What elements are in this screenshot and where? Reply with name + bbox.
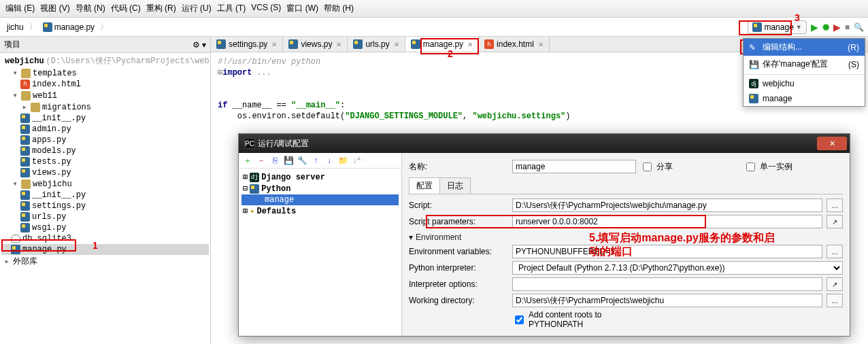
save-configuration-item[interactable]: 💾 保存'manage'配置 (S) [744, 56, 865, 73]
tree-file-settings[interactable]: settings.py [1, 201, 209, 211]
html-file-icon: h [484, 39, 494, 49]
folder-icon[interactable]: 📁 [338, 156, 348, 165]
annotation-label-5b: 动的端口 [589, 245, 633, 259]
tab-logs[interactable]: 日志 [439, 177, 471, 194]
working-dir-input[interactable] [512, 294, 822, 307]
close-icon[interactable]: ✕ [467, 41, 473, 48]
env-vars-label: Environment variables: [409, 247, 508, 256]
tab-settings[interactable]: settings.py✕ [211, 37, 283, 52]
menu-view[interactable]: 视图 (V) [40, 3, 69, 14]
tree-folder-templates[interactable]: ▾templates [1, 67, 209, 79]
stop-button-icon[interactable]: ■ [845, 22, 850, 32]
config-django-server[interactable]: ⊞djDjango server [241, 171, 399, 183]
config-tree[interactable]: ⊞djDjango server ⊟Python manage ⊞✦Defaul… [239, 169, 401, 220]
project-sidebar: 项目 ⚙ ▾ webjichu (D:\Users\侠仔\PycharmProj… [0, 37, 211, 344]
edit-env-button[interactable]: … [827, 245, 843, 258]
tree-file-admin[interactable]: admin.py [1, 124, 209, 135]
remove-config-icon[interactable]: － [256, 156, 266, 165]
close-icon[interactable]: ✕ [538, 41, 544, 48]
python-file-icon [20, 114, 30, 123]
menu-run[interactable]: 运行 (U) [182, 3, 212, 14]
add-content-roots-checkbox[interactable]: Add content roots to PYTHONPATH [512, 310, 612, 329]
menu-vcs[interactable]: VCS (S) [251, 3, 281, 14]
copy-config-icon[interactable]: ⎘ [270, 156, 280, 165]
menu-code[interactable]: 代码 (C) [111, 3, 141, 14]
dialog-titlebar[interactable]: PC 运行/调试配置 [239, 134, 850, 153]
menu-navigate[interactable]: 导航 (N) [76, 3, 105, 14]
folder-icon [21, 69, 31, 78]
menu-bar: 编辑 (E) 视图 (V) 导航 (N) 代码 (C) 重构 (R) 运行 (U… [0, 0, 868, 18]
config-defaults[interactable]: ⊞✦Defaults [241, 205, 399, 217]
tree-file-tests[interactable]: tests.py [1, 156, 209, 167]
menu-window[interactable]: 窗口 (W) [286, 3, 318, 14]
browse-script-button[interactable]: … [827, 199, 843, 212]
save-config-icon[interactable]: 💾 [284, 156, 293, 165]
env-vars-input[interactable] [512, 245, 822, 258]
expand-interp-opts-button[interactable]: ↗ [827, 277, 843, 291]
tree-file-init[interactable]: __init__.py [1, 113, 209, 124]
python-file-icon [20, 212, 30, 222]
browse-workdir-button[interactable]: … [827, 294, 843, 307]
tree-root[interactable]: webjichu (D:\Users\侠仔\PycharmProjects\we… [1, 54, 209, 67]
tree-folder-web11[interactable]: ▾web11 [1, 90, 209, 101]
annotation-label-3: 3 [795, 12, 800, 23]
move-down-icon[interactable]: ↓ [324, 156, 334, 165]
script-input[interactable] [512, 199, 822, 212]
tab-urls[interactable]: urls.py✕ [348, 37, 405, 52]
interpreter-select[interactable]: Project Default (Python 2.7.13 (D:\Pytho… [512, 261, 843, 275]
run-coverage-icon[interactable]: ▶ [833, 22, 841, 33]
tree-folder-migrations[interactable]: ▸migrations [1, 101, 209, 113]
menu-help[interactable]: 帮助 (H) [324, 3, 354, 14]
tree-file-wsgi[interactable]: wsgi.py [1, 222, 209, 233]
script-params-input[interactable] [512, 215, 822, 228]
tree-file-index-html[interactable]: hindex.html [1, 79, 209, 90]
run-button-icon[interactable]: ▶ [811, 22, 818, 33]
interpreter-options-input[interactable] [512, 277, 822, 291]
python-file-icon [752, 22, 762, 32]
menu-tools[interactable]: 工具 (T) [217, 3, 246, 14]
breadcrumb-file[interactable]: manage.py [40, 21, 97, 33]
single-instance-checkbox[interactable]: 单一实例 [744, 160, 843, 173]
config-python-group[interactable]: ⊟Python [241, 183, 399, 194]
close-icon[interactable]: ✕ [271, 41, 277, 48]
tree-file-db[interactable]: db.sqlite3 [1, 233, 209, 244]
run-config-item-manage[interactable]: manage [744, 91, 865, 106]
tab-views[interactable]: views.py✕ [283, 37, 348, 52]
tree-file-apps[interactable]: apps.py [1, 135, 209, 145]
breadcrumb-project[interactable]: jichu [4, 21, 27, 33]
menu-refactor[interactable]: 重构 (R) [146, 3, 176, 14]
tree-file-manage[interactable]: manage.py [1, 244, 209, 255]
tree-external-libs[interactable]: ▸外部库 [1, 255, 209, 268]
dialog-close-button[interactable] [817, 137, 847, 150]
expand-params-button[interactable]: ↗ [827, 215, 843, 228]
html-file-icon: h [20, 80, 30, 89]
close-icon[interactable]: ✕ [336, 41, 341, 48]
python-file-icon [43, 22, 52, 32]
tree-file-init2[interactable]: __init__.py [1, 190, 209, 201]
find-action-icon[interactable]: 🔍 [854, 22, 864, 32]
tree-file-models[interactable]: models.py [1, 145, 209, 156]
run-config-item-webjichu[interactable]: dj webjichu [744, 76, 865, 91]
tree-file-views[interactable]: views.py [1, 167, 209, 178]
tab-manage[interactable]: manage.py✕ [405, 37, 479, 52]
close-icon[interactable]: ✕ [394, 41, 399, 48]
python-file-icon [20, 190, 30, 200]
config-manage[interactable]: manage [241, 194, 399, 205]
tree-folder-webjichu[interactable]: ▾webjichu [1, 178, 209, 190]
sort-icon[interactable]: ↓ᴬ [352, 156, 361, 165]
config-name-input[interactable] [512, 160, 636, 173]
wrench-icon[interactable]: 🔧 [297, 156, 307, 165]
project-tree[interactable]: webjichu (D:\Users\侠仔\PycharmProjects\we… [0, 53, 210, 344]
add-config-icon[interactable]: ＋ [243, 156, 252, 165]
debug-button-icon[interactable]: ⬣ [822, 22, 829, 32]
tab-configuration[interactable]: 配置 [409, 177, 440, 194]
tree-file-urls[interactable]: urls.py [1, 211, 209, 222]
move-up-icon[interactable]: ↑ [311, 156, 320, 165]
python-file-icon [20, 157, 30, 167]
menu-edit[interactable]: 编辑 (E) [5, 3, 35, 14]
share-checkbox[interactable]: 分享 [640, 160, 739, 173]
edit-configurations-item[interactable]: ✎ 编辑结构... (R) [744, 39, 865, 56]
tab-index-html[interactable]: hindex.html✕ [479, 37, 550, 52]
sidebar-settings-icon[interactable]: ⚙ ▾ [193, 40, 206, 50]
project-sidebar-header: 项目 ⚙ ▾ [0, 37, 210, 53]
